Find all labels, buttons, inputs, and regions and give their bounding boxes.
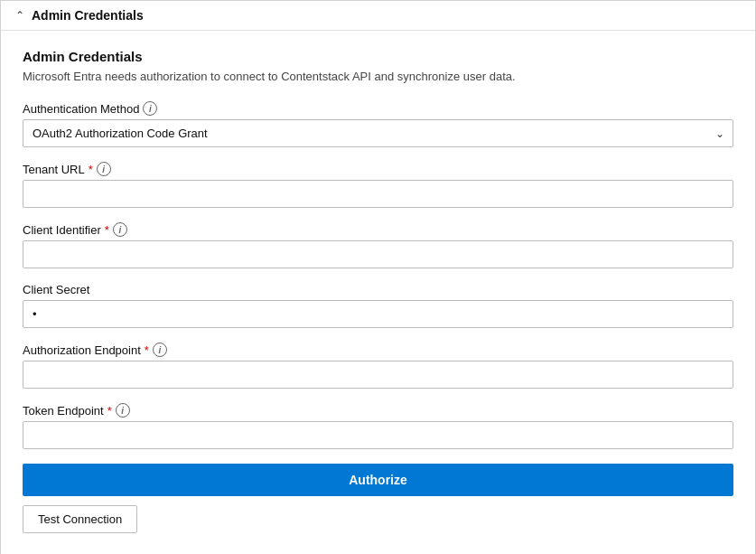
auth-method-select-wrapper: OAuth2 Authorization Code GrantBasic Aut… bbox=[23, 119, 733, 147]
collapse-icon: ⌃ bbox=[15, 9, 24, 22]
admin-credentials-panel: ⌃ Admin Credentials Admin Credentials Mi… bbox=[0, 0, 756, 554]
client-secret-input[interactable] bbox=[23, 300, 733, 328]
auth-method-label: Authentication Method i bbox=[23, 101, 733, 116]
client-secret-field: Client Secret bbox=[23, 283, 733, 328]
auth-method-field: Authentication Method i OAuth2 Authoriza… bbox=[23, 101, 733, 147]
section-header[interactable]: ⌃ Admin Credentials bbox=[1, 1, 755, 31]
token-endpoint-field: Token Endpoint * i bbox=[23, 403, 733, 449]
tenant-url-required: * bbox=[89, 163, 93, 176]
authorization-endpoint-info-icon[interactable]: i bbox=[153, 343, 167, 357]
client-identifier-input[interactable] bbox=[23, 240, 733, 268]
tenant-url-input[interactable] bbox=[23, 180, 733, 208]
client-secret-label: Client Secret bbox=[23, 283, 733, 296]
authorization-endpoint-required: * bbox=[145, 343, 149, 357]
client-identifier-label: Client Identifier * i bbox=[23, 222, 733, 237]
test-connection-button[interactable]: Test Connection bbox=[23, 505, 137, 533]
section-description: Microsoft Entra needs authorization to c… bbox=[23, 70, 733, 83]
authorize-button[interactable]: Authorize bbox=[23, 464, 733, 496]
auth-method-info-icon[interactable]: i bbox=[143, 101, 157, 116]
token-endpoint-required: * bbox=[107, 404, 112, 418]
token-endpoint-input[interactable] bbox=[23, 421, 733, 449]
tenant-url-info-icon[interactable]: i bbox=[97, 162, 111, 176]
client-identifier-required: * bbox=[105, 223, 109, 237]
authorization-endpoint-input[interactable] bbox=[23, 361, 733, 389]
section-header-title: Admin Credentials bbox=[32, 8, 144, 23]
tenant-url-field: Tenant URL * i bbox=[23, 162, 733, 208]
section-title: Admin Credentials bbox=[23, 49, 733, 64]
token-endpoint-info-icon[interactable]: i bbox=[116, 403, 130, 418]
section-body: Admin Credentials Microsoft Entra needs … bbox=[1, 31, 755, 554]
tenant-url-label: Tenant URL * i bbox=[23, 162, 733, 176]
client-identifier-field: Client Identifier * i bbox=[23, 222, 733, 268]
authorization-endpoint-field: Authorization Endpoint * i bbox=[23, 343, 733, 389]
authorization-endpoint-label: Authorization Endpoint * i bbox=[23, 343, 733, 357]
token-endpoint-label: Token Endpoint * i bbox=[23, 403, 733, 418]
client-identifier-info-icon[interactable]: i bbox=[113, 222, 127, 237]
auth-method-select[interactable]: OAuth2 Authorization Code GrantBasic Aut… bbox=[23, 119, 733, 147]
